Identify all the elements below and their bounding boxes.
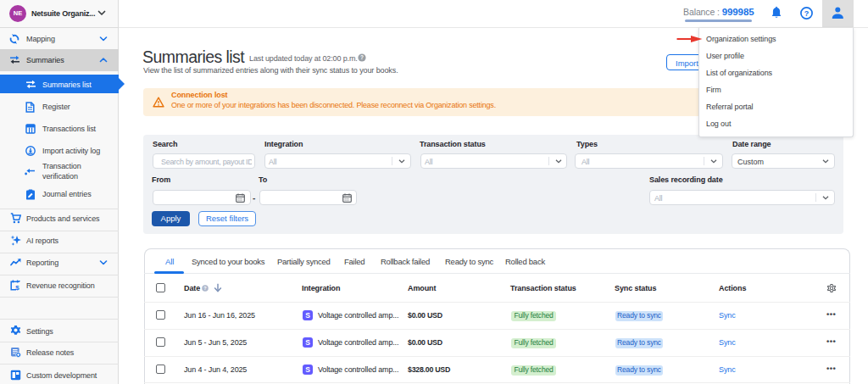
svg-text:?: ? [804, 8, 810, 17]
svg-text:?: ? [360, 54, 364, 60]
svg-text:$: $ [15, 284, 19, 291]
